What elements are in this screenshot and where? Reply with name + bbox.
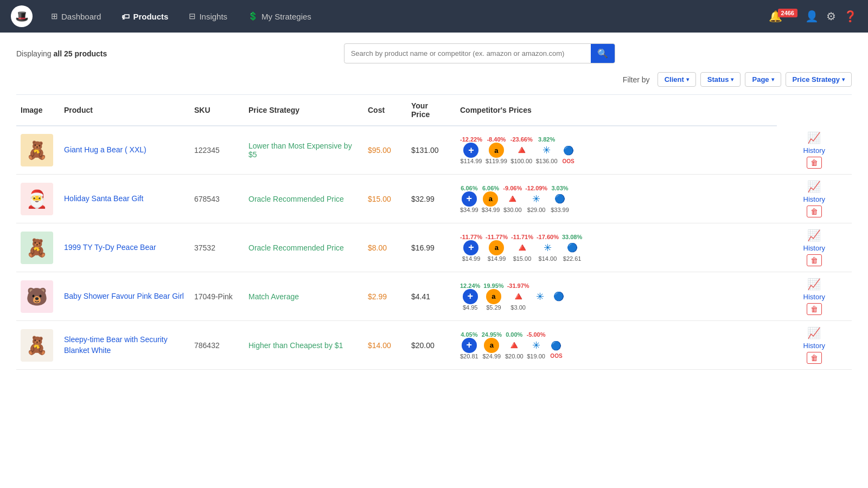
search-input[interactable]: [344, 45, 591, 62]
product-name-link[interactable]: Baby Shower Favour Pink Bear Girl: [64, 292, 184, 300]
competitor-item: -12.22% + $114.99: [460, 136, 482, 164]
notification-badge: 2466: [778, 9, 797, 17]
add-competitor-icon[interactable]: +: [463, 240, 478, 255]
nav-products[interactable]: 🏷 Products: [114, 8, 176, 25]
history-chart-icon[interactable]: 📈: [807, 278, 821, 291]
product-cost: $2.99: [368, 292, 387, 301]
delete-button[interactable]: 🗑: [807, 206, 822, 217]
competitor-item: 4.05% + $20.81: [460, 331, 478, 359]
history-link[interactable]: History: [803, 293, 825, 301]
help-icon[interactable]: ❓: [844, 10, 857, 23]
product-name-cell: Sleepy-time Bear with Security Blanket W…: [60, 321, 190, 370]
delete-button[interactable]: 🗑: [807, 254, 822, 266]
competitor-price: $14.99: [462, 255, 481, 262]
other-competitor-icon: 🔵: [551, 289, 566, 304]
amazon-icon: a: [483, 191, 498, 207]
competitor-pct: 0.00%: [506, 331, 522, 338]
competitor-item: 3.03% 🔵 $33.99: [551, 185, 569, 213]
competitor-item: 6.06% a $34.99: [482, 185, 500, 213]
competitor-item: -12.09% ✳ $29.00: [525, 185, 547, 213]
chevron-down-icon: ▾: [686, 76, 689, 82]
competitor-pct: -11.77%: [486, 234, 508, 240]
add-competitor-icon[interactable]: +: [463, 143, 478, 158]
product-cost: $14.00: [368, 341, 391, 350]
product-sku-cell: 786432: [190, 321, 244, 370]
product-name-cell: Giant Hug a Bear ( XXL): [60, 126, 190, 175]
product-sku-cell: 122345: [190, 126, 244, 175]
product-sku-cell: 17049-Pink: [190, 272, 244, 321]
gear-icon[interactable]: ⚙: [826, 10, 836, 23]
product-cost-cell: $2.99: [363, 272, 407, 321]
product-your-price-cell: $32.99: [407, 175, 456, 223]
competitor-pct: -31.97%: [507, 282, 529, 289]
product-competitors-cell: 12.24% + $4.95 19.95% a $5.29 -31.97% 🔺 …: [456, 272, 777, 321]
product-name-link[interactable]: Giant Hug a Bear ( XXL): [64, 145, 146, 154]
competitor-price: $3.00: [510, 304, 526, 311]
product-image: 🧸: [21, 329, 53, 362]
product-action-cell: 📈 History 🗑: [777, 126, 852, 175]
competitor-price: $14.00: [539, 255, 557, 262]
header-competitors: Competitor's Prices: [456, 95, 777, 126]
header-cost: Cost: [363, 95, 407, 126]
product-your-price: $20.00: [411, 341, 435, 350]
filter-by-label: Filter by: [623, 75, 650, 84]
other-competitor-icon: 🔵: [561, 143, 576, 158]
header-product: Product: [60, 95, 190, 126]
search-box: 🔍: [344, 43, 615, 63]
dropship-icon: 🔺: [510, 289, 526, 304]
history-chart-icon[interactable]: 📈: [807, 326, 821, 339]
competitor-pct: -5.00%: [527, 331, 546, 338]
notification-bell-wrap[interactable]: 🔔 2466: [769, 10, 797, 23]
history-chart-icon[interactable]: 📈: [807, 131, 821, 144]
table-header-row: Image Product SKU Price Strategy Cost Yo…: [16, 95, 852, 126]
history-link[interactable]: History: [803, 342, 825, 350]
delete-button[interactable]: 🗑: [807, 352, 822, 364]
display-count: Displaying all 25 products: [16, 49, 107, 58]
filter-page[interactable]: Page ▾: [745, 72, 781, 87]
delete-button[interactable]: 🗑: [807, 303, 822, 315]
navbar: 🎩 ⊞ Dashboard 🏷 Products ⊟ Insights 💲 My…: [0, 0, 868, 33]
amazon-icon: a: [489, 143, 504, 158]
filter-client[interactable]: Client ▾: [658, 72, 696, 87]
dropship-icon: 🔺: [507, 338, 522, 353]
toolbar: Displaying all 25 products 🔍: [16, 43, 852, 63]
product-strategy: Oracle Recommended Price: [248, 195, 344, 203]
history-chart-icon[interactable]: 📈: [807, 229, 821, 242]
add-competitor-icon[interactable]: +: [462, 191, 477, 207]
nav-strategies[interactable]: 💲 My Strategies: [240, 7, 319, 25]
add-competitor-icon[interactable]: +: [462, 338, 477, 353]
other-competitor-icon: 🔵: [548, 338, 564, 353]
delete-button[interactable]: 🗑: [807, 157, 822, 169]
user-icon[interactable]: 👤: [805, 10, 819, 23]
amazon-icon: a: [489, 240, 504, 255]
product-name-link[interactable]: Sleepy-time Bear with Security Blanket W…: [64, 335, 168, 355]
competitor-item: -8.40% a $119.99: [486, 136, 507, 164]
filter-price-strategy[interactable]: Price Strategy ▾: [786, 72, 852, 87]
add-competitor-icon[interactable]: +: [463, 289, 478, 304]
product-name-link[interactable]: 1999 TY Ty-Dy Peace Bear: [64, 243, 156, 252]
history-chart-icon[interactable]: 📈: [807, 180, 821, 193]
walmart-icon: ✳: [529, 191, 544, 207]
nav-insights[interactable]: ⊟ Insights: [181, 7, 235, 25]
competitor-price: $15.00: [513, 255, 532, 262]
history-link[interactable]: History: [803, 244, 825, 252]
product-sku: 37532: [194, 243, 215, 252]
product-your-price: $32.99: [411, 195, 435, 203]
competitor-item: 19.95% a $5.29: [483, 282, 503, 311]
competitor-item: -11.77% a $14.99: [486, 234, 508, 262]
product-strategy: Match Average: [248, 292, 299, 301]
logo-icon: 🎩: [11, 5, 33, 27]
competitor-pct: -12.09%: [525, 185, 547, 191]
product-strategy: Higher than Cheapest by $1: [248, 341, 343, 350]
product-name-link[interactable]: Holiday Santa Bear Gift: [64, 194, 143, 203]
filter-row: Filter by Client ▾ Status ▾ Page ▾ Price…: [16, 72, 852, 87]
history-link[interactable]: History: [803, 146, 825, 155]
search-button[interactable]: 🔍: [591, 44, 615, 63]
nav-dashboard[interactable]: ⊞ Dashboard: [43, 7, 108, 25]
filter-status[interactable]: Status ▾: [700, 72, 741, 87]
product-image-cell: 🧸: [16, 321, 60, 370]
products-icon: 🏷: [122, 12, 130, 21]
history-link[interactable]: History: [803, 195, 825, 203]
competitor-oos: OOS: [550, 353, 562, 359]
product-your-price-cell: $131.00: [407, 126, 456, 175]
